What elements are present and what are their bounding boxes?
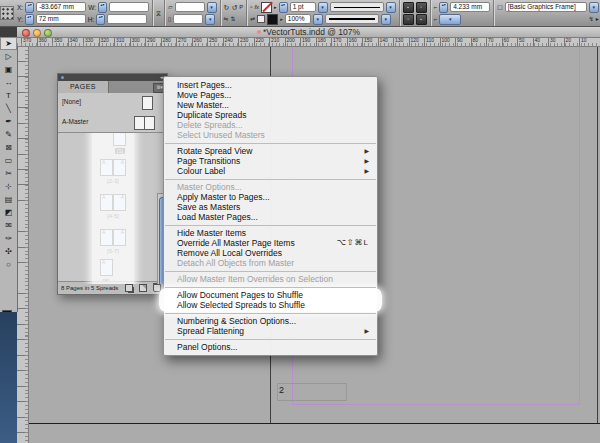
scale-y-field[interactable] — [173, 14, 203, 24]
opacity-field[interactable]: 100% — [285, 14, 311, 24]
scale-y-dropdown-button[interactable]: ▾ — [205, 14, 215, 25]
master-row-none[interactable]: [None] — [58, 93, 167, 112]
master-thumbnail[interactable] — [142, 96, 153, 110]
opacity-dropdown-button[interactable]: ▾ — [313, 14, 323, 25]
pages-tab[interactable]: PAGES — [58, 81, 109, 93]
menu-item-numbering-section-options[interactable]: Numbering & Section Options... — [164, 316, 377, 326]
menu-item-load-master-pages[interactable]: Load Master Pages... — [164, 212, 377, 222]
menu-item-panel-options[interactable]: Panel Options... — [164, 342, 377, 352]
drop-shadow-button[interactable]: ▪ — [403, 2, 414, 13]
selection-tool[interactable]: ➤ — [0, 37, 17, 50]
menu-item-insert-pages[interactable]: Insert Pages... — [164, 80, 377, 90]
page-number-text-frame[interactable] — [277, 383, 347, 401]
stroke-type-dropdown-button[interactable]: ▾ — [381, 14, 391, 25]
menu-item-rotate-spread-view[interactable]: ▶Rotate Spread View — [164, 146, 377, 156]
flip-vertical-icon[interactable]: ⇅ — [231, 15, 236, 24]
rotate-ccw-icon[interactable]: ↺ — [231, 3, 237, 12]
free-transform-tool[interactable]: ⊹ — [0, 180, 17, 193]
hand-tool[interactable]: ✣ — [0, 245, 17, 258]
swap-fill-stroke-icon[interactable]: ⇄ — [250, 15, 255, 24]
scale-x-dropdown-button[interactable]: ▾ — [207, 2, 217, 13]
stroke-swatch-arrow-icon[interactable]: ▸ — [274, 4, 277, 10]
eyedropper-tool[interactable]: ✑ — [0, 232, 17, 245]
menu-item-override-all-master-page-items[interactable]: ⌥⇧⌘LOverride All Master Page Items — [164, 238, 377, 248]
edit-page-size-icon[interactable] — [125, 284, 133, 292]
stroke-panel-icon[interactable]: ▫ — [250, 3, 252, 12]
overprint-checkbox[interactable] — [257, 15, 265, 23]
gradient-swatch-tool[interactable]: ▤ — [0, 193, 17, 206]
menu-item-hide-master-items[interactable]: Hide Master Items — [164, 228, 377, 238]
object-style-dropdown[interactable]: [Basic Graphics Frame] — [505, 2, 587, 12]
page-tool[interactable]: ▣ — [0, 63, 17, 76]
wrap-bounding-button[interactable]: ▪ — [416, 14, 427, 25]
stroke-weight-dropdown-button[interactable]: ▾ — [318, 2, 328, 13]
h-stepper[interactable]: ▴▾ — [96, 14, 105, 25]
zoom-tool[interactable]: ○ — [0, 258, 17, 271]
menu-item-move-pages[interactable]: Move Pages... — [164, 90, 377, 100]
stroke-type-dropdown[interactable] — [325, 14, 379, 24]
effects-fx-icon[interactable]: fx — [254, 3, 259, 12]
corner-shape-dropdown-button[interactable]: ▾ — [439, 14, 461, 25]
wrap-none-button[interactable]: ▫ — [403, 14, 414, 25]
menu-item-apply-master-to-pages[interactable]: Apply Master to Pages... — [164, 192, 377, 202]
object-style-dropdown-button[interactable]: ▾ — [589, 2, 599, 13]
stroke-weight-field[interactable]: 1 pt — [290, 2, 316, 12]
fill-swatch-arrow-icon[interactable]: ▸ — [280, 16, 283, 22]
menu-item-spread-flattening[interactable]: ▶Spread Flattening — [164, 326, 377, 336]
pen-tool[interactable]: ✒ — [0, 115, 17, 128]
fill-color-swatch[interactable] — [267, 14, 278, 25]
menu-item-new-master[interactable]: New Master... — [164, 100, 377, 110]
note-tool[interactable]: ✉ — [0, 219, 17, 232]
reference-point-proxy[interactable] — [0, 0, 14, 26]
master-row-a-master[interactable]: A-Master — [58, 113, 167, 132]
menu-item-page-transitions[interactable]: ▶Page Transitions — [164, 156, 377, 166]
scale-x-field[interactable] — [175, 2, 205, 12]
panel-close-dot-icon[interactable] — [61, 76, 64, 79]
stroke-weight-stepper[interactable]: ▴▾ — [279, 2, 288, 13]
margin-guide-bottom — [292, 404, 579, 405]
h-field[interactable] — [107, 14, 147, 24]
object-style-group: ▢ [Basic Graphics Frame] ▾ ↯ ▸ — [493, 0, 600, 26]
ruler-tick: 240 — [223, 37, 233, 46]
rectangle-tool[interactable]: ▭ — [0, 154, 17, 167]
w-field[interactable] — [109, 2, 149, 12]
stroke-color-swatch[interactable] — [261, 2, 272, 13]
x-stepper[interactable]: ▴▾ — [25, 2, 34, 13]
select-container-icon[interactable]: P — [239, 3, 243, 12]
master-thumbnail[interactable] — [144, 116, 155, 130]
w-stepper[interactable]: ▴▾ — [98, 2, 107, 13]
y-field[interactable]: 72 mm — [36, 14, 86, 24]
quick-apply-icon[interactable]: ↯ — [589, 15, 594, 24]
direct-selection-tool[interactable]: ▷ — [0, 50, 17, 63]
flip-horizontal-icon[interactable]: ⇋ — [224, 15, 229, 24]
menu-item-allow-document-pages-to-shuffle[interactable]: Allow Document Pages to Shuffle — [164, 290, 377, 300]
line-tool[interactable]: ╲ — [0, 102, 17, 115]
rectangle-frame-tool[interactable]: ⊠ — [0, 141, 17, 154]
constrain-dimensions-icon[interactable]: ⧖ — [156, 9, 161, 18]
menu-item-allow-selected-spreads-to-shuffle[interactable]: Allow Selected Spreads to Shuffle — [164, 300, 377, 310]
scissors-tool[interactable]: ✂ — [0, 167, 17, 180]
window-title-bar[interactable]: *VectorTuts.indd @ 107% — [17, 26, 600, 38]
pencil-tool[interactable]: ✎ — [0, 128, 17, 141]
fit-content-button[interactable]: ▫ — [416, 2, 427, 13]
rotate-cw-icon[interactable]: ↻ — [224, 3, 230, 12]
tools-panel-header[interactable] — [0, 26, 17, 37]
type-tool[interactable]: T — [0, 89, 17, 102]
vertical-ruler — [17, 46, 29, 443]
menu-item-remove-all-local-overrides[interactable]: Remove All Local Overrides — [164, 248, 377, 258]
stroke-style-dropdown-button[interactable]: ▾ — [386, 2, 396, 13]
y-stepper[interactable]: ▴▾ — [25, 14, 34, 25]
menu-item-save-as-masters[interactable]: Save as Masters — [164, 202, 377, 212]
new-page-icon[interactable] — [139, 284, 147, 292]
reference-point-grid-icon[interactable] — [0, 6, 14, 20]
stroke-style-dropdown[interactable] — [330, 2, 384, 12]
menu-item-duplicate-spreads[interactable]: Duplicate Spreads — [164, 110, 377, 120]
panel-toggle-icon[interactable]: ▸ — [596, 15, 599, 24]
gradient-feather-tool[interactable]: ◩ — [0, 206, 17, 219]
corner-radius-stepper[interactable]: ▴▾ — [439, 2, 448, 13]
corner-radius-field[interactable]: 4.233 mm — [450, 2, 490, 12]
pages-panel-drag-bar[interactable]: ◂◂ — [58, 74, 167, 81]
x-field[interactable]: -83.667 mm — [36, 2, 86, 12]
gap-tool[interactable]: ↔ — [0, 76, 17, 89]
menu-item-colour-label[interactable]: ▶Colour Label — [164, 166, 377, 176]
